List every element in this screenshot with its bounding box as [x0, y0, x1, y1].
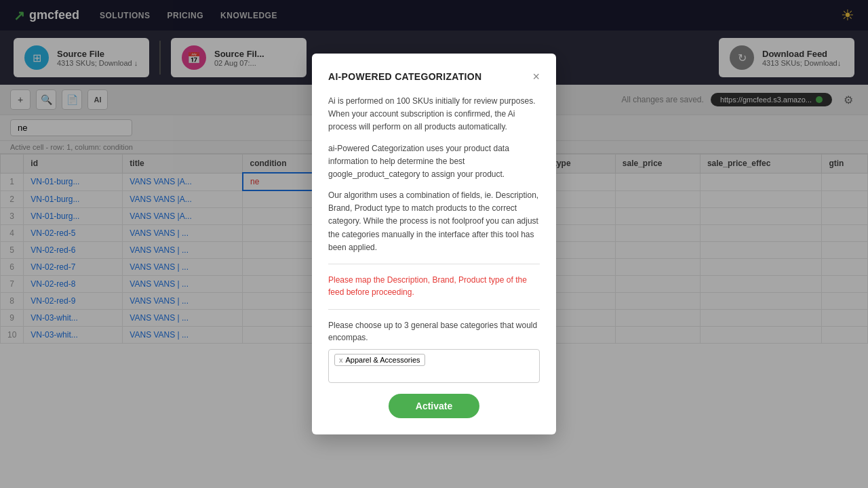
modal-overlay[interactable]: AI-POWERED CATEGORIZATION × Ai is perfor… [0, 0, 868, 488]
modal-para-1: Ai is performed on 100 SKUs initially fo… [328, 95, 540, 134]
modal-title: AI-POWERED CATEGORIZATION [328, 71, 481, 82]
modal-header: AI-POWERED CATEGORIZATION × [328, 70, 540, 84]
modal-body: Ai is performed on 100 SKUs initially fo… [328, 95, 540, 254]
modal-divider-2 [328, 309, 540, 310]
category-tag-apparel[interactable]: x Apparel & Accessories [334, 354, 425, 366]
modal-warning: Please map the Description, Brand, Produ… [328, 274, 540, 298]
ai-categorization-modal: AI-POWERED CATEGORIZATION × Ai is perfor… [312, 54, 556, 434]
activate-button[interactable]: Activate [389, 394, 479, 418]
tag-label: Apparel & Accessories [346, 356, 420, 364]
modal-para-3: Our algorithm uses a combination of fiel… [328, 189, 540, 254]
modal-divider [328, 264, 540, 264]
modal-para-2: ai-Powered Categorization uses your prod… [328, 142, 540, 182]
modal-close-button[interactable]: × [532, 70, 540, 84]
modal-choose-label: Please choose up to 3 general base categ… [328, 319, 540, 344]
tag-x[interactable]: x [339, 356, 343, 364]
category-tag-input[interactable]: x Apparel & Accessories [328, 349, 540, 383]
